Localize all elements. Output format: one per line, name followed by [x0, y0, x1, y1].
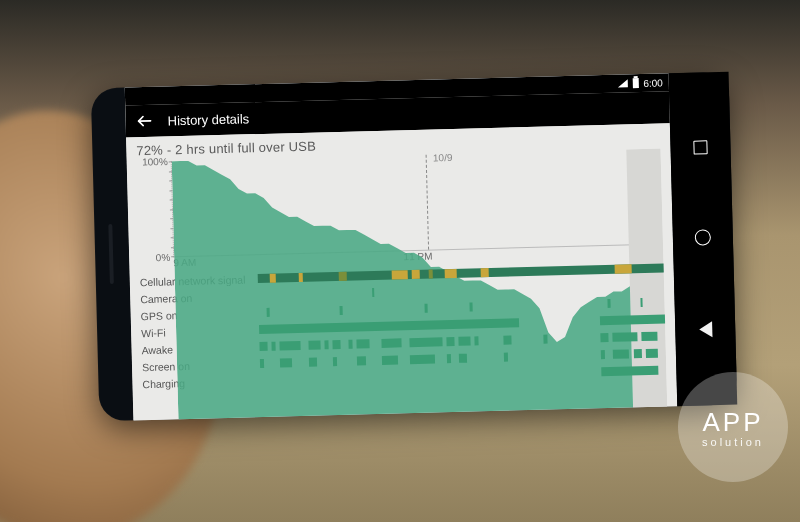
status-clock: 6:00 [643, 77, 663, 89]
battery-icon [632, 78, 638, 88]
signal-icon [617, 79, 627, 87]
back-icon[interactable] [135, 112, 153, 130]
ytick-100: 100% [142, 156, 168, 168]
nav-home-button[interactable] [695, 230, 711, 246]
chart-plot: 10/9 [171, 149, 663, 258]
phone-frame: 6:00 History details 72% - 2 hrs until f… [91, 72, 737, 422]
y-axis-labels: 100% 0% [137, 161, 174, 258]
ytick-0: 0% [156, 252, 171, 263]
nav-recents-button[interactable] [693, 140, 707, 154]
nav-back-button[interactable] [699, 321, 712, 337]
watermark-badge: APP solution [678, 372, 788, 482]
content: 72% - 2 hrs until full over USB 100% 0% [126, 123, 677, 420]
screen: 6:00 History details 72% - 2 hrs until f… [125, 73, 678, 420]
speaker-slit-left [108, 224, 114, 284]
battery-chart: 100% 0% 10/9 [137, 149, 663, 259]
watermark-line2: solution [702, 436, 764, 448]
date-marker-label: 10/9 [433, 152, 453, 164]
page-title: History details [167, 111, 249, 128]
android-navbar [669, 72, 738, 406]
watermark-line1: APP [702, 407, 763, 438]
